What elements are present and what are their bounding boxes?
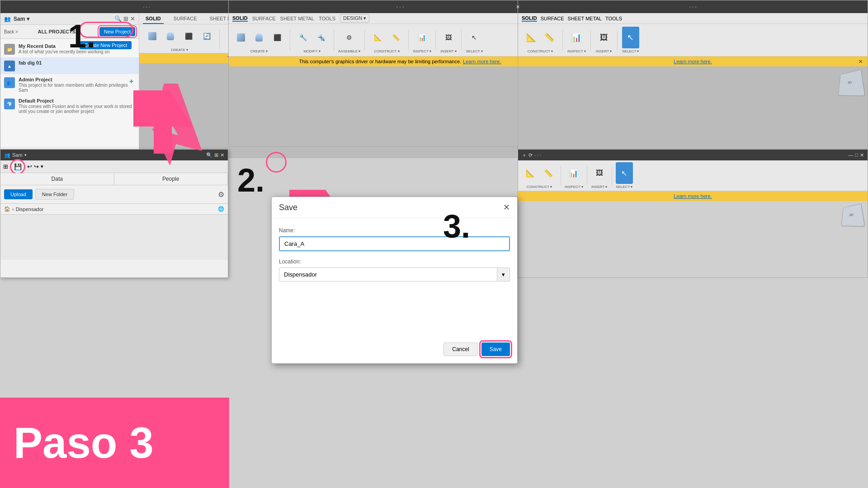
tr-insert-label[interactable]: INSERT ▾: [596, 49, 612, 53]
tab-surface[interactable]: SURFACE: [171, 14, 200, 24]
tr-construct-icon2[interactable]: 📏: [541, 27, 558, 48]
location-dropdown-button[interactable]: ▾: [497, 267, 510, 282]
close-icon-top[interactable]: ✕: [130, 15, 135, 22]
fr-construct-icon1[interactable]: 📐: [369, 27, 386, 48]
br-insert-label[interactable]: INSERT ▾: [591, 185, 607, 189]
br-construct-label[interactable]: CONSTRUCT ▾: [527, 185, 552, 189]
fr-create-icon2[interactable]: [250, 27, 268, 48]
fr-construct-icon2[interactable]: 📏: [387, 27, 404, 48]
mid-redo-icon[interactable]: ↪: [34, 163, 39, 170]
project-subtitle-2: This comes with Fusion and is where your…: [19, 104, 135, 114]
create-cyl-icon[interactable]: [162, 25, 179, 47]
tab-solid[interactable]: SOLID: [143, 14, 164, 24]
upload-button[interactable]: Upload: [4, 189, 33, 199]
user-label[interactable]: Sam ▾: [14, 16, 29, 22]
fr-modify-label[interactable]: MODIFY ▾: [303, 49, 320, 53]
tr-select-icon1[interactable]: ↖: [622, 27, 639, 48]
br-close[interactable]: ✕: [860, 152, 864, 158]
all-projects-label[interactable]: ALL PROJECTS ▾: [38, 29, 80, 35]
br-learn-more[interactable]: Learn more here.: [674, 193, 712, 199]
fr-modify-icon2[interactable]: 🔩: [312, 27, 330, 48]
tr-tab-surface[interactable]: SURFACE: [541, 16, 564, 21]
tr-inspect-icon1[interactable]: 📊: [568, 27, 585, 48]
br-viewcube[interactable]: 3D: [840, 204, 862, 225]
project-item-0[interactable]: ▲ fab dig 01 ✚: [0, 57, 139, 74]
br-select-icon[interactable]: ↖: [616, 162, 633, 184]
br-construct-icon2[interactable]: 📏: [540, 162, 557, 184]
location-input[interactable]: [279, 267, 497, 282]
fm-tab-data[interactable]: Data: [0, 173, 114, 185]
save-dialog-close-button[interactable]: ✕: [503, 202, 510, 212]
fr-learn-more[interactable]: Learn more here.: [463, 59, 501, 64]
fr-assemble-icon1[interactable]: ⚙: [341, 27, 358, 48]
br-inspect-label[interactable]: INSPECT ▾: [565, 185, 583, 189]
mid-grid-icon2[interactable]: ⊞: [3, 163, 8, 170]
fr-create-label[interactable]: CREATE ▾: [250, 49, 268, 53]
tr-viewcube[interactable]: 3D: [837, 70, 862, 95]
new-folder-button[interactable]: New Folder: [35, 189, 74, 200]
tr-tab-tools[interactable]: TOOLS: [605, 16, 622, 21]
tr-construct-icon1[interactable]: 📐: [523, 27, 540, 48]
mid-save-icon-wrapper[interactable]: 💾: [10, 159, 25, 174]
home-icon[interactable]: 🏠: [4, 206, 10, 212]
mid-close-icon[interactable]: ✕: [220, 152, 224, 158]
fr-modify-icon1[interactable]: 🔧: [294, 27, 311, 48]
br-refresh[interactable]: ⟳: [528, 152, 533, 158]
br-square[interactable]: □: [855, 152, 858, 158]
fr-inspect-label[interactable]: INSPECT ▾: [413, 49, 431, 53]
create-box-icon[interactable]: [144, 25, 161, 47]
fr-insert-label[interactable]: INSERT ▾: [440, 49, 456, 53]
create-ext-icon[interactable]: ⬛: [180, 25, 197, 47]
fr-assemble-label[interactable]: ASSEMBLE ▾: [338, 49, 360, 53]
tr-insert-icon1[interactable]: 🖼: [595, 27, 613, 48]
mid-user-label[interactable]: Sam: [12, 152, 23, 158]
name-input[interactable]: [279, 236, 510, 251]
br-insert-icon[interactable]: 🖼: [591, 162, 608, 184]
project-item-1[interactable]: 👥 Admin Project This project is for team…: [0, 74, 139, 95]
br-minus[interactable]: —: [848, 152, 853, 158]
back-label[interactable]: Back >: [4, 29, 18, 34]
fr-tab-tools[interactable]: TOOLS: [319, 16, 335, 21]
settings-button[interactable]: ⚙: [218, 190, 224, 199]
search-icon-top[interactable]: 🔍: [114, 15, 122, 22]
create-rev-icon[interactable]: 🔄: [198, 25, 215, 47]
globe-icon[interactable]: 🌐: [218, 206, 224, 212]
save-icon-circled[interactable]: 💾: [10, 159, 25, 174]
fr-tab-surface[interactable]: SURFACE: [252, 16, 276, 21]
mid-search-icon[interactable]: 🔍: [206, 152, 212, 158]
tr-warning-close[interactable]: ✕: [859, 59, 863, 65]
fr-select-icon1[interactable]: ↖: [466, 27, 483, 48]
project-item-2[interactable]: 💎 Default Project This comes with Fusion…: [0, 95, 139, 117]
br-plus[interactable]: ＋: [522, 152, 527, 159]
cancel-button[interactable]: Cancel: [443, 343, 477, 356]
mid-grid-icon[interactable]: ⊞: [214, 152, 218, 158]
br-construct-icon1[interactable]: 📐: [522, 162, 539, 184]
fr-select-label[interactable]: SELECT ▾: [466, 49, 483, 53]
fm-tab-people[interactable]: People: [114, 173, 228, 185]
fr-tab-sheet-metal[interactable]: SHEET METAL: [280, 16, 314, 21]
save-icon[interactable]: 💾: [14, 163, 22, 170]
tr-warning-link[interactable]: Learn more here.: [674, 59, 712, 64]
tr-tab-solid[interactable]: SOLID: [522, 15, 537, 22]
tr-tab-sheet-metal[interactable]: SHEET METAL: [568, 16, 602, 21]
mid-undo-icon[interactable]: ↩: [27, 163, 32, 170]
tr-inspect-label[interactable]: INSPECT ▾: [567, 49, 586, 53]
tr-select-label[interactable]: SELECT ▾: [622, 49, 639, 53]
fr-construct-label[interactable]: CONSTRUCT ▾: [374, 49, 399, 53]
tr-construct-label[interactable]: CONSTRUCT ▾: [528, 49, 553, 53]
mid-more-icon[interactable]: ▾: [41, 164, 43, 169]
fr-tab-solid[interactable]: SOLID: [232, 15, 248, 22]
fr-inspect-icon1[interactable]: 📊: [414, 27, 431, 48]
save-button[interactable]: Save: [481, 343, 510, 356]
tr-close[interactable]: ✕: [518, 4, 520, 9]
breadcrumb-label[interactable]: Dispensador: [16, 206, 44, 212]
fr-insert-icon1[interactable]: 🖼: [440, 27, 457, 48]
create-label[interactable]: CREATE ▾: [171, 48, 188, 52]
br-select-label[interactable]: SELECT ▾: [616, 185, 632, 189]
fr-create-icon3[interactable]: ⬛: [269, 27, 286, 48]
br-inspect-icon[interactable]: 📊: [565, 162, 582, 184]
fr-design-btn[interactable]: DESIGN ▾: [340, 14, 369, 23]
fr-create-icon1[interactable]: [232, 27, 250, 48]
grid-icon-top[interactable]: ⊞: [123, 15, 128, 22]
new-project-button[interactable]: New Project: [99, 27, 135, 36]
